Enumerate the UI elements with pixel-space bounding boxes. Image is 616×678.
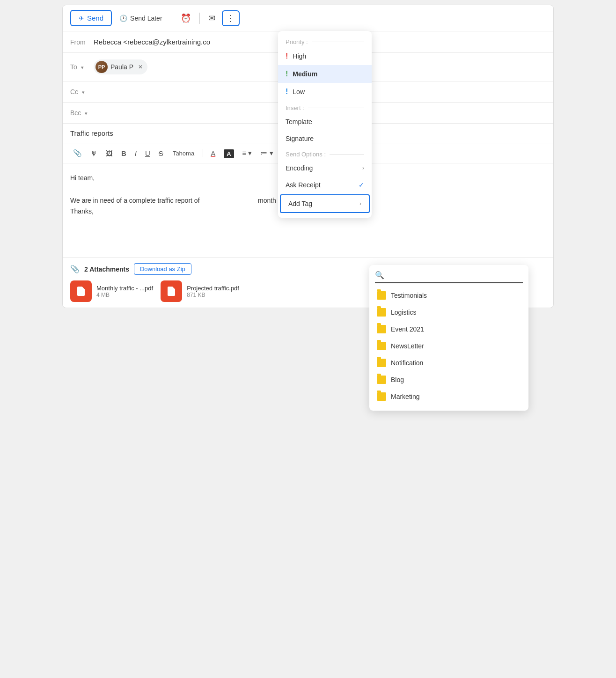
attach-button[interactable]: 📎: [70, 147, 85, 159]
folder-icon-notification: [377, 359, 386, 367]
tag-list: Testimonials Logistics Event 2021 NewsLe…: [375, 287, 523, 405]
remove-recipient-button[interactable]: ✕: [138, 64, 143, 70]
bold-button[interactable]: B: [118, 147, 129, 159]
recipient-chip[interactable]: PP Paula P ✕: [94, 59, 147, 74]
add-tag-label: Add Tag: [288, 200, 312, 207]
medium-priority-icon: !: [286, 70, 288, 78]
folder-icon-blog: [377, 376, 386, 384]
tag-search-icon: 🔍: [375, 271, 384, 280]
tag-label-marketing: Marketing: [391, 393, 419, 400]
tag-item-testimonials[interactable]: Testimonials: [375, 287, 523, 304]
send-later-label: Send Later: [130, 15, 162, 22]
tag-label-notification: Notification: [391, 359, 423, 367]
folder-icon-newsletter: [377, 342, 386, 350]
ask-receipt-check-icon: ✓: [359, 181, 364, 189]
pdf-icon-2: [161, 280, 182, 302]
cc-dropdown-arrow[interactable]: ▾: [82, 89, 85, 95]
reminder-icon-button[interactable]: ⏰: [178, 10, 194, 26]
high-priority-label: High: [293, 52, 306, 60]
compose-window: ✈ Send 🕐 Send Later ⏰ ✉ ⋮ From Rebecca <…: [62, 5, 554, 308]
avatar: PP: [95, 61, 108, 73]
more-options-button[interactable]: ⋮: [222, 10, 240, 26]
low-priority-icon: !: [286, 88, 288, 96]
tag-submenu: 🔍 Testimonials Logistics Event 2021 News…: [369, 265, 528, 411]
font-color-button[interactable]: A: [208, 147, 218, 159]
attachment-size-1: 4 MB: [96, 292, 153, 298]
tag-label-newsletter: NewsLetter: [391, 342, 424, 350]
ask-receipt-item[interactable]: Ask Receipt ✓: [278, 177, 372, 193]
attachment-item-1: PDF Monthly traffic - ...pdf 4 MB: [70, 280, 153, 302]
attachment-clip-icon: 📎: [70, 265, 80, 273]
tag-label-testimonials: Testimonials: [391, 292, 427, 299]
folder-icon-logistics: [377, 308, 386, 317]
folder-icon-event2021: [377, 325, 386, 333]
to-label: To ▾: [70, 63, 94, 71]
low-priority-label: Low: [293, 88, 305, 96]
underline-button[interactable]: U: [142, 147, 153, 159]
priority-medium-item[interactable]: ! Medium: [278, 65, 372, 83]
tag-item-blog[interactable]: Blog: [375, 371, 523, 388]
medium-priority-label: Medium: [293, 70, 317, 78]
to-dropdown-arrow[interactable]: ▾: [81, 65, 84, 70]
send-later-icon: 🕐: [119, 15, 127, 22]
priority-high-item[interactable]: ! High: [278, 47, 372, 65]
tag-item-event2021[interactable]: Event 2021: [375, 321, 523, 338]
high-priority-icon: !: [286, 52, 288, 60]
attachment-size-2: 871 KB: [187, 292, 239, 298]
microphone-button[interactable]: 🎙: [88, 147, 100, 159]
attachment-info-1: Monthly traffic - ...pdf 4 MB: [96, 285, 153, 298]
compose-toolbar: ✈ Send 🕐 Send Later ⏰ ✉ ⋮: [63, 5, 553, 31]
template-icon-button[interactable]: ✉: [205, 10, 218, 26]
send-options-section-label: Send Options :: [278, 147, 372, 160]
strikethrough-button[interactable]: S: [156, 147, 166, 159]
priority-low-item[interactable]: ! Low: [278, 83, 372, 101]
attachment-item-2: Projected traffic.pdf 871 KB: [161, 280, 239, 302]
highlight-button[interactable]: A: [221, 147, 236, 159]
encoding-arrow-icon: ›: [362, 165, 364, 171]
tag-item-notification[interactable]: Notification: [375, 354, 523, 371]
tag-search-input[interactable]: [388, 272, 523, 279]
subject-value: Traffic reports: [70, 129, 113, 137]
tag-label-logistics: Logistics: [391, 309, 416, 316]
signature-label: Signature: [286, 135, 314, 142]
attachment-name-2: Projected traffic.pdf: [187, 285, 239, 292]
bcc-label: Bcc ▾: [70, 109, 94, 117]
insert-section-label: Insert :: [278, 101, 372, 113]
attachment-info-2: Projected traffic.pdf 871 KB: [187, 285, 239, 298]
toolbar-divider: [172, 13, 172, 24]
signature-item[interactable]: Signature: [278, 130, 372, 147]
send-later-button[interactable]: 🕐 Send Later: [116, 12, 166, 25]
send-icon: ✈: [79, 15, 84, 22]
align-button[interactable]: ≡ ▾: [240, 147, 255, 159]
pdf-icon-1: PDF: [70, 280, 92, 302]
dropdown-menu: Priority : ! High ! Medium ! Low Insert …: [278, 31, 372, 218]
tag-item-marketing[interactable]: Marketing: [375, 388, 523, 405]
add-tag-item[interactable]: Add Tag ›: [280, 194, 370, 213]
send-button[interactable]: ✈ Send: [70, 10, 112, 26]
tag-item-newsletter[interactable]: NewsLetter: [375, 338, 523, 354]
bcc-dropdown-arrow[interactable]: ▾: [85, 111, 88, 116]
folder-icon-marketing: [377, 392, 386, 401]
cc-label: Cc ▾: [70, 88, 94, 96]
tag-item-logistics[interactable]: Logistics: [375, 304, 523, 321]
priority-section-label: Priority :: [278, 35, 372, 47]
list-button[interactable]: ≔ ▾: [257, 147, 276, 159]
font-selector[interactable]: Tahoma: [169, 150, 198, 157]
tag-label-blog: Blog: [391, 376, 404, 383]
image-button[interactable]: 🖼: [103, 147, 116, 159]
encoding-item[interactable]: Encoding ›: [278, 160, 372, 177]
template-item[interactable]: Template: [278, 113, 372, 130]
download-zip-button[interactable]: Download as Zip: [134, 263, 191, 275]
toolbar-divider-2: [199, 13, 200, 24]
add-tag-arrow-icon: ›: [359, 200, 361, 207]
attachment-count: 2 Attachments: [84, 265, 129, 273]
from-label: From: [70, 38, 94, 46]
send-label: Send: [87, 14, 103, 22]
italic-button[interactable]: I: [132, 147, 139, 159]
tag-search-box: 🔍: [375, 271, 523, 283]
attachment-name-1: Monthly traffic - ...pdf: [96, 285, 153, 292]
encoding-label: Encoding: [286, 164, 313, 172]
tag-label-event2021: Event 2021: [391, 325, 424, 333]
ask-receipt-label: Ask Receipt: [286, 181, 321, 189]
more-icon: ⋮: [227, 13, 235, 23]
